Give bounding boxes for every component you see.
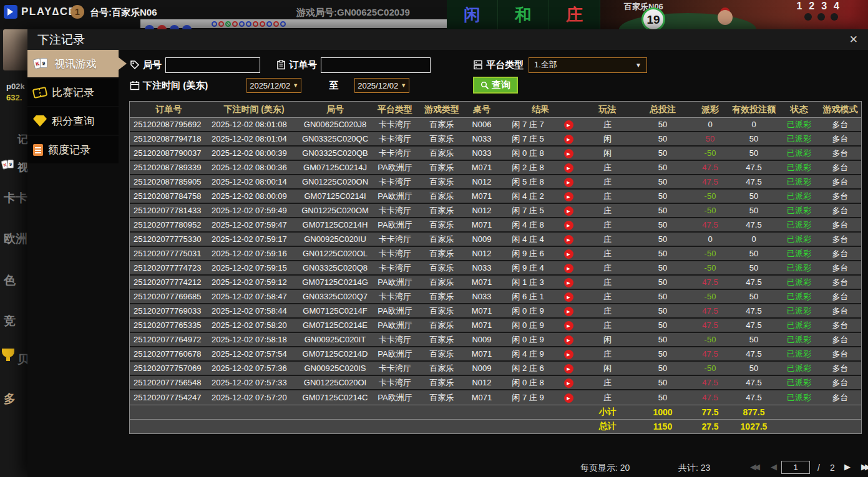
menu-item-points-query[interactable]: 积分查询 [27, 107, 119, 135]
next-page-button[interactable]: ▶ [844, 462, 851, 471]
replay-button[interactable]: ▶ [564, 149, 573, 158]
cell-total-bet: 50 [634, 234, 691, 244]
cell-total-bet: 50 [634, 191, 691, 201]
platform-type-select[interactable]: 1.全部 ▼ [529, 57, 647, 73]
cell-time: 2025-12-02 07:59:17 [208, 234, 300, 244]
cell-play-type: 庄 [581, 320, 634, 331]
sidebar-item-kaka[interactable]: 卡卡 [4, 190, 27, 206]
cell-hall: PA欧洲厅 [370, 306, 420, 317]
replay-button[interactable]: ▶ [564, 206, 573, 216]
menu-item-quota-records[interactable]: 额度记录 [27, 136, 119, 163]
cell-order: 251202077765335 [130, 320, 208, 330]
camera-number[interactable]: 1 [796, 1, 802, 12]
tag-icon [130, 60, 140, 70]
cell-time: 2025-12-02 08:00:36 [208, 163, 300, 172]
order-number-input[interactable] [321, 57, 431, 73]
replay-button[interactable]: ▶ [564, 221, 573, 230]
sidebar-item-duo[interactable]: 多 [4, 391, 16, 407]
pagination: 每页显示: 20 共计: 23 ◀◀ ◀ / 2 ▶ ▶▶ [119, 458, 868, 477]
bet-player-button[interactable]: 闲 [447, 0, 498, 29]
replay-button[interactable]: ▶ [564, 364, 573, 373]
replay-button[interactable]: ▶ [564, 321, 573, 330]
page-number-input[interactable] [781, 461, 810, 474]
cell-order: 251202077781433 [130, 206, 208, 215]
road-dot [260, 21, 265, 27]
cell-game-type: 百家乐 [420, 148, 464, 159]
sidebar-item-records[interactable]: 记 [17, 132, 27, 147]
cell-result: 闲 7 庄 5 [500, 133, 556, 145]
date-range-to-label: 至 [329, 80, 338, 92]
sidebar-item-europe[interactable]: 欧洲 [4, 231, 27, 247]
replay-button[interactable]: ▶ [564, 350, 573, 359]
menu-item-match-records[interactable]: 比赛记录 [27, 79, 119, 106]
bet-banker-button[interactable]: 庄 [549, 0, 600, 29]
replay-button[interactable]: ▶ [564, 264, 573, 273]
cell-order: 251202077769033 [130, 306, 208, 316]
cell-valid-bet: 50 [729, 148, 779, 158]
avatar[interactable] [3, 29, 27, 70]
camera-number[interactable]: 3 [821, 1, 827, 12]
cell-order: 251202077757069 [130, 364, 208, 373]
cell-time: 2025-12-02 07:57:54 [208, 349, 300, 359]
bet-tie-button[interactable]: 和 [498, 0, 549, 29]
replay-button[interactable]: ▶ [564, 192, 573, 201]
replay-button[interactable]: ▶ [564, 292, 573, 302]
balance-label: 632. [6, 93, 22, 102]
camera-number[interactable]: 4 [834, 1, 839, 12]
cell-status: 已派彩 [779, 205, 819, 216]
cell-payout: -50 [691, 148, 729, 158]
replay-button[interactable]: ▶ [564, 378, 573, 388]
replay-button[interactable]: ▶ [564, 235, 573, 244]
cell-round: GM07125C0214C [300, 393, 370, 402]
sidebar-item-se[interactable]: 色 [4, 272, 16, 289]
menu-item-video-games[interactable]: K9 视讯游戏 [27, 50, 119, 77]
replay-button[interactable]: ▶ [564, 278, 573, 287]
filter-area: 局号 订单号 平台类型 [119, 50, 868, 101]
cell-valid-bet: 47.5 [729, 393, 779, 402]
cell-payout: 50 [691, 134, 729, 143]
replay-button[interactable]: ▶ [564, 178, 573, 187]
bet-records-modal: 下注记录 ✕ K9 视讯游戏 比赛记录 积分查询 额度记录 [27, 29, 868, 477]
cell-valid-bet: 47.5 [729, 163, 779, 172]
cell-total-bet: 50 [634, 364, 691, 373]
first-page-button[interactable]: ◀◀ [750, 462, 758, 471]
replay-button[interactable]: ▶ [564, 393, 573, 403]
replay-button[interactable]: ▶ [564, 307, 573, 316]
close-icon[interactable]: ✕ [849, 33, 858, 46]
replay-button[interactable]: ▶ [564, 335, 573, 345]
cell-order: 251202087795692 [130, 120, 208, 129]
cell-result: 闲 4 庄 4 [500, 234, 556, 245]
cell-result: 闲 4 庄 8 [500, 219, 556, 231]
sidebar-item-jing[interactable]: 竞 [4, 313, 16, 329]
cell-table: N033 [464, 134, 500, 143]
replay-button[interactable]: ▶ [564, 163, 573, 173]
cell-round: GN03325C020Q7 [300, 292, 370, 301]
cell-total-bet: 50 [634, 306, 691, 316]
last-page-button[interactable]: ▶▶ [861, 462, 868, 471]
cell-game-type: 百家乐 [420, 306, 464, 317]
date-from-picker[interactable]: 2025/12/02▼ [246, 78, 301, 93]
replay-button[interactable]: ▶ [564, 249, 573, 259]
search-button[interactable]: 查询 [473, 77, 518, 94]
cell-table: N012 [464, 177, 500, 186]
camera-number[interactable]: 2 [809, 1, 814, 12]
cell-game-mode: 多台 [819, 191, 861, 202]
platform-filter-label: 平台类型 [473, 59, 524, 71]
cell-order: 251202077754247 [130, 393, 208, 402]
round-number-input[interactable] [165, 57, 260, 73]
sidebar-item-bei[interactable]: 贝 [17, 352, 27, 368]
cell-total-bet: 50 [634, 349, 691, 359]
date-to-picker[interactable]: 2025/12/02▼ [354, 78, 409, 93]
replay-button[interactable]: ▶ [564, 135, 573, 144]
cell-status: 已派彩 [779, 162, 819, 173]
col-header: 总投注 [634, 104, 691, 115]
cell-status: 已派彩 [779, 263, 819, 274]
sidebar-item-video[interactable]: 视 [17, 160, 27, 175]
roadmap-dots [212, 21, 286, 27]
cell-time: 2025-12-02 07:57:20 [208, 393, 300, 402]
replay-button[interactable]: ▶ [564, 120, 573, 130]
cell-time: 2025-12-02 07:58:18 [208, 335, 300, 344]
prev-page-button[interactable]: ◀ [771, 462, 777, 471]
video-feed[interactable]: 百家乐N06 1234 [600, 0, 868, 29]
cell-order: 251202077775031 [130, 249, 208, 258]
